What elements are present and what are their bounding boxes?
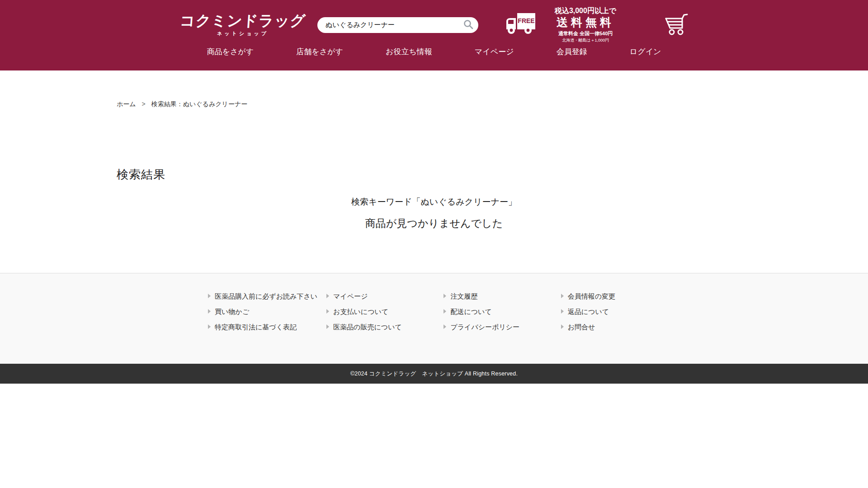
site-logo[interactable]: コクミンドラッグ ネットショップ: [180, 13, 306, 37]
shipping-text: 税込3,000円以上で 送料無料 通常料金 全国一律540円 北海道・離島は＋1…: [542, 6, 628, 43]
footer-column-3: 注文履歴 配送について プライバシーポリシー: [434, 291, 552, 338]
page: コクミンドラッグ ネットショップ: [0, 0, 868, 488]
truck-free-icon: FREE: [505, 12, 537, 38]
footer-link-contact[interactable]: お問合せ: [561, 322, 669, 332]
breadcrumb-separator: >: [142, 100, 146, 108]
arrow-right-icon: [443, 309, 446, 314]
footer-link-returns[interactable]: 返品について: [561, 307, 669, 316]
arrow-right-icon: [326, 324, 329, 329]
main-content: ホーム > 検索結果：ぬいぐるみクリーナー 検索結果 検索キーワード「ぬいぐるみ…: [0, 70, 868, 273]
shipping-free-label: 送料無料: [542, 15, 628, 29]
nav-item-stores[interactable]: 店舗をさがす: [296, 45, 343, 59]
arrow-right-icon: [326, 309, 329, 314]
free-badge-text: FREE: [518, 17, 534, 24]
breadcrumb-current: 検索結果：ぬいぐるみクリーナー: [151, 100, 248, 108]
page-title: 検索結果: [117, 166, 868, 183]
free-shipping-banner: FREE 税込3,000円以上で 送料無料 通常料金 全国一律540円 北海道・…: [505, 6, 628, 43]
nav-item-mypage[interactable]: マイページ: [475, 45, 514, 59]
footer-column-4: 会員情報の変更 返品について お問合せ: [552, 291, 669, 338]
site-header: コクミンドラッグ ネットショップ: [0, 0, 868, 70]
main-nav: 商品をさがす 店舗をさがす お役立ち情報 マイページ 会員登録 ログイン: [207, 45, 661, 59]
footer-link-mypage[interactable]: マイページ: [326, 291, 434, 301]
cart-icon: [664, 31, 688, 38]
copyright-bar: ©2024 コクミンドラッグ ネットショップ All Rights Reserv…: [0, 364, 868, 384]
search-icon: [463, 19, 474, 31]
footer-grid: 医薬品購入前に必ずお読み下さい 買い物かご 特定商取引法に基づく表記 マイページ…: [199, 291, 669, 338]
nav-item-products[interactable]: 商品をさがす: [207, 45, 254, 59]
header-top: コクミンドラッグ ネットショップ: [0, 0, 868, 43]
shipping-note-region: 北海道・離島は＋1,000円: [542, 38, 628, 43]
footer-link-delivery[interactable]: 配送について: [443, 307, 552, 316]
search-box: [317, 17, 478, 33]
arrow-right-icon: [561, 309, 564, 314]
nav-item-login[interactable]: ログイン: [630, 45, 661, 59]
search-button[interactable]: [462, 19, 475, 32]
footer-link-medicine-notice[interactable]: 医薬品購入前に必ずお読み下さい: [208, 291, 317, 301]
copyright-text: ©2024 コクミンドラッグ ネットショップ All Rights Reserv…: [350, 370, 518, 378]
footer-link-medicine-sales[interactable]: 医薬品の販売について: [326, 322, 434, 332]
footer-links-section: 医薬品購入前に必ずお読み下さい 買い物かご 特定商取引法に基づく表記 マイページ…: [0, 273, 868, 364]
nav-item-info[interactable]: お役立ち情報: [386, 45, 432, 59]
footer-link-payment[interactable]: お支払いについて: [326, 307, 434, 316]
logo-title: コクミンドラッグ: [179, 13, 307, 29]
footer-column-2: マイページ お支払いについて 医薬品の販売について: [317, 291, 434, 338]
footer-link-privacy-policy[interactable]: プライバシーポリシー: [443, 322, 552, 332]
search-input[interactable]: [317, 17, 478, 33]
arrow-right-icon: [561, 294, 564, 298]
arrow-right-icon: [208, 324, 211, 329]
arrow-right-icon: [443, 324, 446, 329]
nav-item-register[interactable]: 会員登録: [557, 45, 587, 59]
no-results-message: 商品が見つかりませんでした: [0, 216, 868, 230]
breadcrumb: ホーム > 検索結果：ぬいぐるみクリーナー: [117, 99, 868, 108]
arrow-right-icon: [208, 294, 211, 298]
footer-column-1: 医薬品購入前に必ずお読み下さい 買い物かご 特定商取引法に基づく表記: [199, 291, 317, 338]
site-footer: 医薬品購入前に必ずお読み下さい 買い物かご 特定商取引法に基づく表記 マイページ…: [0, 273, 868, 384]
arrow-right-icon: [326, 294, 329, 298]
footer-link-cart[interactable]: 買い物かご: [208, 307, 317, 316]
footer-link-order-history[interactable]: 注文履歴: [443, 291, 552, 301]
logo-subtitle: ネットショップ: [180, 30, 306, 37]
arrow-right-icon: [561, 324, 564, 329]
footer-link-member-info[interactable]: 会員情報の変更: [561, 291, 669, 301]
shipping-threshold: 税込3,000円以上で: [542, 6, 628, 15]
footer-link-commerce-law[interactable]: 特定商取引法に基づく表記: [208, 322, 317, 332]
shipping-note-fee: 通常料金 全国一律540円: [542, 30, 628, 37]
arrow-right-icon: [208, 309, 211, 314]
search-keyword-line: 検索キーワード「ぬいぐるみクリーナー」: [0, 196, 868, 208]
breadcrumb-home-link[interactable]: ホーム: [117, 100, 136, 108]
cart-button[interactable]: [664, 13, 688, 38]
arrow-right-icon: [443, 294, 446, 298]
